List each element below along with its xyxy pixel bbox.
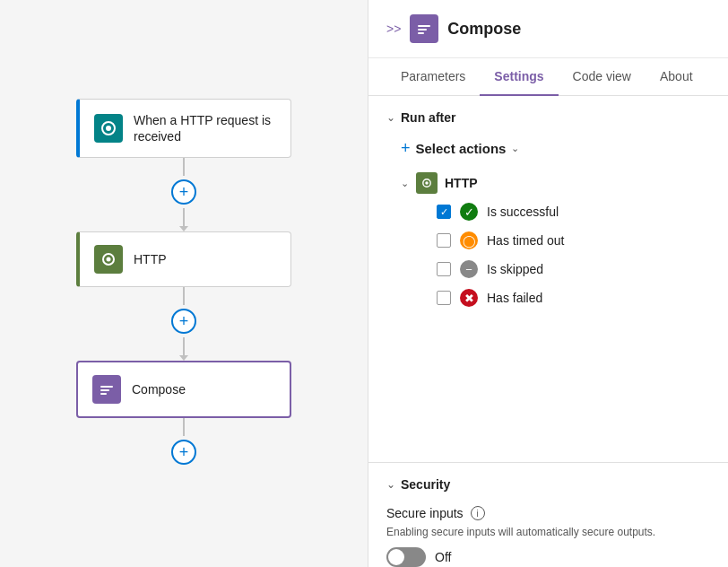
secure-inputs-info-icon[interactable]: i bbox=[471, 506, 485, 520]
panel-compose-icon bbox=[410, 14, 438, 43]
skipped-checkbox[interactable] bbox=[437, 262, 451, 276]
http-group-label: HTTP bbox=[445, 176, 478, 190]
connector-line bbox=[183, 418, 185, 436]
status-item-failed: ✖ Has failed bbox=[437, 289, 710, 307]
connector-3: + bbox=[171, 418, 196, 468]
http-label: HTTP bbox=[134, 251, 167, 267]
timeout-status-icon: ◯ bbox=[460, 231, 478, 249]
flow-nodes: When a HTTP request is received + HTTP + bbox=[76, 99, 291, 468]
status-item-skipped: − Is skipped bbox=[437, 260, 710, 278]
connector-line bbox=[183, 337, 185, 355]
svg-rect-4 bbox=[100, 386, 113, 388]
http-icon bbox=[94, 245, 123, 274]
add-step-button-1[interactable]: + bbox=[171, 179, 196, 205]
secure-inputs-toggle[interactable] bbox=[386, 547, 426, 567]
secure-inputs-row: Secure inputs i bbox=[386, 506, 710, 520]
svg-rect-8 bbox=[418, 29, 427, 31]
status-item-success: ✓ Is successful bbox=[437, 203, 710, 221]
connector-line bbox=[183, 158, 185, 176]
panel-title: Compose bbox=[447, 20, 521, 39]
select-actions-chevron-icon: ⌄ bbox=[511, 143, 519, 154]
run-after-chevron: ⌄ bbox=[386, 111, 395, 124]
compose-label: Compose bbox=[132, 381, 186, 397]
compose-node[interactable]: Compose bbox=[76, 361, 291, 418]
failed-label: Has failed bbox=[487, 291, 542, 305]
connector-line bbox=[183, 287, 185, 305]
section-divider bbox=[368, 462, 728, 463]
connector-2: + bbox=[171, 287, 196, 361]
security-section-header[interactable]: ⌄ Security bbox=[386, 477, 710, 492]
expand-icon[interactable]: >> bbox=[386, 22, 401, 36]
trigger-node[interactable]: When a HTTP request is received bbox=[76, 99, 291, 158]
add-step-button-2[interactable]: + bbox=[171, 309, 196, 334]
select-actions-plus-icon: + bbox=[401, 139, 411, 158]
failed-checkbox[interactable] bbox=[437, 291, 451, 305]
svg-rect-5 bbox=[100, 389, 109, 391]
security-section: ⌄ Security Secure inputs i Enabling secu… bbox=[368, 477, 728, 567]
security-chevron-icon: ⌄ bbox=[386, 478, 395, 491]
run-after-title: Run after bbox=[401, 110, 455, 125]
skipped-status-icon: − bbox=[460, 260, 478, 278]
trigger-label: When a HTTP request is received bbox=[134, 112, 276, 144]
secure-inputs-description: Enabling secure inputs will automaticall… bbox=[386, 526, 710, 538]
svg-rect-6 bbox=[100, 393, 107, 395]
compose-icon bbox=[92, 375, 121, 404]
secure-inputs-label: Secure inputs bbox=[386, 506, 464, 520]
svg-rect-9 bbox=[418, 32, 424, 34]
connector-1: + bbox=[171, 158, 196, 231]
timeout-label: Has timed out bbox=[487, 233, 564, 248]
svg-point-1 bbox=[106, 126, 111, 131]
svg-rect-7 bbox=[418, 25, 430, 27]
panel-content: ⌄ Run after + Select actions ⌄ ⌄ HTTP ✓ … bbox=[368, 96, 728, 448]
trigger-icon bbox=[94, 114, 123, 143]
success-label: Is successful bbox=[487, 205, 559, 219]
toggle-label: Off bbox=[435, 550, 451, 564]
http-group-chevron: ⌄ bbox=[401, 178, 409, 189]
toggle-knob bbox=[388, 549, 404, 565]
security-title: Security bbox=[401, 477, 450, 492]
svg-point-3 bbox=[107, 257, 111, 262]
http-group: ⌄ HTTP ✓ Is successful ◯ Has timed out bbox=[401, 172, 710, 307]
toggle-row: Off bbox=[386, 547, 710, 567]
svg-point-11 bbox=[425, 181, 429, 185]
status-item-timeout: ◯ Has timed out bbox=[437, 231, 710, 249]
http-group-icon bbox=[416, 172, 438, 194]
connector-line bbox=[183, 208, 185, 226]
add-step-button-3[interactable]: + bbox=[171, 440, 196, 465]
select-actions-row[interactable]: + Select actions ⌄ bbox=[401, 139, 710, 158]
run-after-section-header[interactable]: ⌄ Run after bbox=[386, 110, 710, 125]
settings-panel: >> Compose Parameters Settings Code view… bbox=[368, 0, 728, 567]
skipped-label: Is skipped bbox=[487, 262, 543, 276]
flow-canvas: When a HTTP request is received + HTTP + bbox=[0, 0, 368, 567]
panel-header: >> Compose bbox=[368, 0, 728, 58]
tab-settings[interactable]: Settings bbox=[480, 58, 558, 96]
http-group-header[interactable]: ⌄ HTTP bbox=[401, 172, 710, 194]
timeout-checkbox[interactable] bbox=[437, 233, 451, 248]
success-status-icon: ✓ bbox=[460, 203, 478, 221]
tab-codeview[interactable]: Code view bbox=[559, 58, 646, 96]
success-checkbox[interactable] bbox=[437, 205, 451, 219]
http-node[interactable]: HTTP bbox=[76, 231, 291, 287]
failed-status-icon: ✖ bbox=[460, 289, 478, 307]
tab-bar: Parameters Settings Code view About bbox=[368, 58, 728, 96]
tab-about[interactable]: About bbox=[646, 58, 707, 96]
select-actions-label: Select actions bbox=[416, 141, 507, 156]
tab-parameters[interactable]: Parameters bbox=[386, 58, 480, 96]
